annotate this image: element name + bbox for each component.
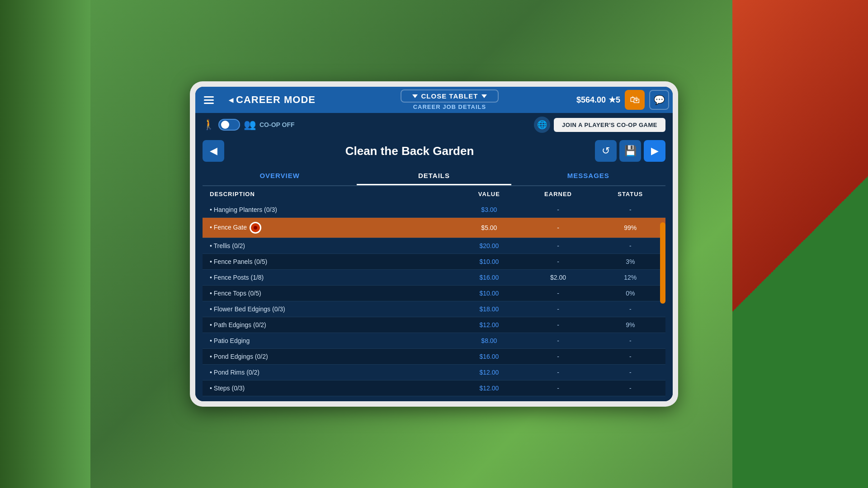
table-row: • Fence Panels (0/5)$10.00-3% xyxy=(203,254,665,270)
cell-description: • Fence Panels (0/5) xyxy=(203,254,457,270)
header-status: STATUS xyxy=(595,186,665,202)
cell-description: • Pond Rims (0/2) xyxy=(203,365,457,380)
table-row: • Steps (0/3)$12.00-- xyxy=(203,380,665,396)
join-coop-button[interactable]: JOIN A PLAYER'S CO-OP GAME xyxy=(554,118,665,132)
multi-player-icon: 👥 xyxy=(244,119,256,131)
cell-status: - xyxy=(595,238,665,254)
cell-value: $10.00 xyxy=(457,286,521,301)
coop-right: 🌐 JOIN A PLAYER'S CO-OP GAME xyxy=(534,117,665,133)
cell-description: • Fence Tops (0/5) xyxy=(203,286,457,301)
cell-status: 9% xyxy=(595,317,665,333)
join-coop-label: JOIN A PLAYER'S CO-OP GAME xyxy=(562,122,657,128)
cell-earned: - xyxy=(521,380,595,396)
cell-earned: - xyxy=(521,365,595,380)
job-details-table: DESCRIPTION VALUE EARNED STATUS • Hangin… xyxy=(203,186,665,401)
header-description: DESCRIPTION xyxy=(203,186,457,202)
back-button[interactable]: ◀ CAREER MODE xyxy=(222,91,323,108)
cell-description: • Pond Edgings (0/2) xyxy=(203,349,457,365)
nav-back-icon: ◀ xyxy=(210,145,217,157)
cell-value: $12.00 xyxy=(457,380,521,396)
table-row: • Fence Posts (1/8)$16.00$2.0012% xyxy=(203,270,665,286)
cell-status: 0% xyxy=(595,286,665,301)
save-button[interactable]: 💾 xyxy=(619,140,641,162)
table-wrapper: DESCRIPTION VALUE EARNED STATUS • Hangin… xyxy=(203,186,665,401)
table-row: • Flower Bed Edgings (0/3)$18.00-- xyxy=(203,301,665,317)
save-icon: 💾 xyxy=(624,145,637,157)
cell-earned: - xyxy=(521,396,595,402)
coop-label: CO-OP OFF xyxy=(259,121,295,128)
chat-icon: 💬 xyxy=(654,94,665,105)
cell-description: • Hanging Planters (0/3) xyxy=(203,202,457,218)
nav-right-buttons: ↺ 💾 ▶ xyxy=(595,140,665,162)
top-bar-left: ◀ CAREER MODE xyxy=(199,90,323,110)
shop-icon: 🛍 xyxy=(630,94,640,106)
cell-status: - xyxy=(595,333,665,349)
cell-value: $16.00 xyxy=(457,270,521,286)
cell-status: - xyxy=(595,365,665,380)
close-tablet-button[interactable]: CLOSE TABLET xyxy=(401,89,499,103)
job-title: Clean the Back Garden xyxy=(224,144,595,158)
tab-overview[interactable]: OVERVIEW xyxy=(203,167,357,185)
scrollbar-thumb[interactable] xyxy=(660,222,665,304)
cell-earned: - xyxy=(521,254,595,270)
cell-earned: - xyxy=(521,333,595,349)
cell-description: • Fence Posts (1/8) xyxy=(203,270,457,286)
refresh-button[interactable]: ↺ xyxy=(595,140,617,162)
money-amount: $564.00 xyxy=(576,95,606,105)
cell-description: • Steps (0/3) xyxy=(203,380,457,396)
header-value: VALUE xyxy=(457,186,521,202)
close-tablet-label: CLOSE TABLET xyxy=(421,92,478,100)
table-row: • Path Edgings (0/2)$12.00-9% xyxy=(203,317,665,333)
forward-icon: ▶ xyxy=(651,145,659,157)
tab-messages[interactable]: MESSAGES xyxy=(511,167,665,185)
table-row: • Step Edgings (0/6)$12.00-- xyxy=(203,396,665,402)
main-content: ◀ Clean the Back Garden ↺ 💾 ▶ OV xyxy=(195,136,673,401)
cell-value: $18.00 xyxy=(457,301,521,317)
career-mode-label: CAREER MODE xyxy=(236,94,316,106)
table-row: • Hanging Planters (0/3)$3.00-- xyxy=(203,202,665,218)
top-bar-right: $564.00 ★5 🛍 💬 xyxy=(576,90,669,110)
cell-value: $12.00 xyxy=(457,365,521,380)
cell-description: • Step Edgings (0/6) xyxy=(203,396,457,402)
top-bar-center: CLOSE TABLET CAREER JOB DETAILS xyxy=(401,89,499,110)
coop-toggle[interactable] xyxy=(218,119,240,131)
toggle-thumb xyxy=(221,121,229,129)
forward-button[interactable]: ▶ xyxy=(644,140,665,162)
cell-status: - xyxy=(595,301,665,317)
table-row: • Pond Rims (0/2)$12.00-- xyxy=(203,365,665,380)
table-row: • Patio Edging$8.00-- xyxy=(203,333,665,349)
cell-description: • Patio Edging xyxy=(203,333,457,349)
record-icon xyxy=(250,222,261,234)
cell-earned: - xyxy=(521,218,595,238)
cell-description: • Trellis (0/2) xyxy=(203,238,457,254)
stars-badge: ★5 xyxy=(609,95,620,105)
cell-earned: - xyxy=(521,301,595,317)
career-job-details-label: CAREER JOB DETAILS xyxy=(413,103,486,110)
cell-value: $5.00 xyxy=(457,218,521,238)
cell-status: 3% xyxy=(595,254,665,270)
chevron-right-icon xyxy=(481,94,487,98)
shop-button[interactable]: 🛍 xyxy=(625,90,645,110)
cell-description: • Path Edgings (0/2) xyxy=(203,317,457,333)
cell-status: 99% xyxy=(595,218,665,238)
cell-earned: $2.00 xyxy=(521,270,595,286)
cell-status: - xyxy=(595,349,665,365)
cell-value: $12.00 xyxy=(457,317,521,333)
chat-button[interactable]: 💬 xyxy=(649,90,669,110)
back-arrow: ◀ xyxy=(229,97,233,103)
table-row: • Pond Edgings (0/2)$16.00-- xyxy=(203,349,665,365)
top-bar: ◀ CAREER MODE CLOSE TABLET CAREER JOB DE… xyxy=(195,87,673,113)
nav-back-button[interactable]: ◀ xyxy=(203,140,224,162)
cell-value: $8.00 xyxy=(457,333,521,349)
cell-earned: - xyxy=(521,349,595,365)
cell-status: - xyxy=(595,380,665,396)
tablet-inner: ◀ CAREER MODE CLOSE TABLET CAREER JOB DE… xyxy=(195,87,673,401)
globe-icon: 🌐 xyxy=(534,117,550,133)
tab-details[interactable]: DETAILS xyxy=(357,167,511,185)
hamburger-button[interactable] xyxy=(199,90,219,110)
tablet: ◀ CAREER MODE CLOSE TABLET CAREER JOB DE… xyxy=(190,81,678,407)
single-player-icon: 🚶 xyxy=(203,119,215,131)
cell-status: - xyxy=(595,202,665,218)
table-row: • Fence Tops (0/5)$10.00-0% xyxy=(203,286,665,301)
bg-right xyxy=(732,0,868,488)
